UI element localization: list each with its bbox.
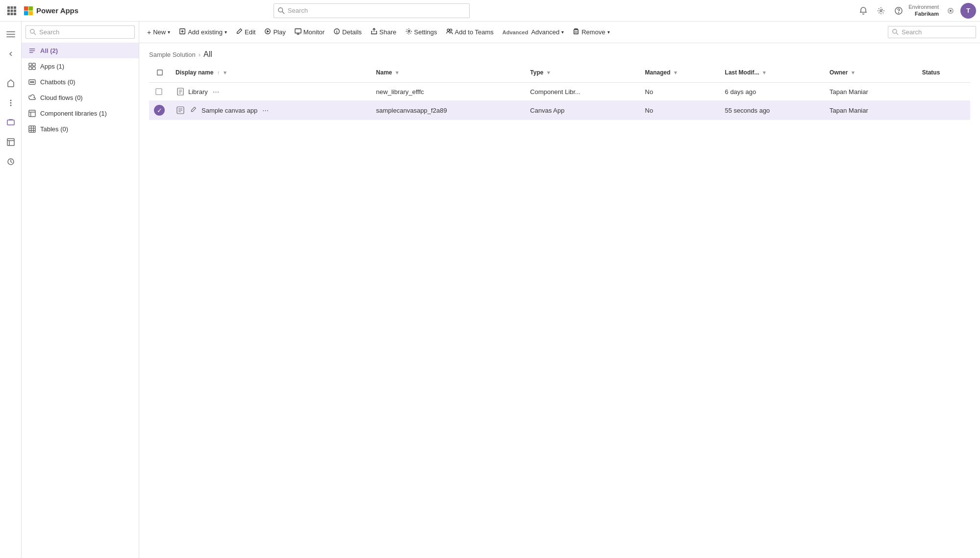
monitor-button[interactable]: Monitor [291,25,328,39]
cmd-search-box[interactable]: Search [888,26,976,38]
svg-point-17 [899,12,899,13]
solutions-icon[interactable] [2,114,20,131]
env-label: Environment [908,4,939,10]
row1-type-icon [176,87,185,97]
svg-rect-11 [24,11,28,15]
history-icon[interactable] [2,153,20,170]
sidebar-item-apps-label: Apps (1) [40,63,64,70]
details-button[interactable]: Details [329,25,366,39]
tables-icon [27,124,36,133]
svg-rect-0 [7,6,10,9]
addexisting-label: Add existing [188,28,223,36]
copilot-button[interactable] [943,3,958,19]
svg-line-14 [282,11,284,13]
svg-point-22 [10,100,11,101]
col-displayname[interactable]: Display name ↑ ▾ [171,63,371,83]
addexisting-icon [179,28,186,36]
top-nav: Power Apps Search Environment Fabrikam T [0,0,980,22]
row2-displayname[interactable]: Sample canvas app [201,107,257,114]
svg-rect-4 [11,9,13,12]
env-name: Fabrikam [915,11,939,17]
col-displayname-label: Display name [176,69,213,76]
settings-button[interactable] [873,3,889,19]
icon-rail [0,22,22,558]
row2-edit-button[interactable] [188,105,199,115]
addexisting-button[interactable]: Add existing ▾ [175,25,231,39]
home-icon[interactable] [2,74,20,92]
col-lastmodif-label: Last Modif... [725,69,759,76]
row1-select-cell[interactable] [149,83,171,101]
row2-selected-check[interactable]: ✓ [154,105,165,116]
col-select-all[interactable] [149,63,171,83]
svg-rect-52 [156,89,162,95]
sidebar-item-all[interactable]: All (2) [22,43,139,58]
svg-rect-9 [24,6,28,10]
settings-cmd-button[interactable]: Settings [402,25,441,39]
waffle-menu-button[interactable] [4,3,20,19]
share-button[interactable]: Share [367,25,401,39]
sidebar-item-apps[interactable]: Apps (1) [22,58,139,74]
addtoteams-icon [446,28,453,36]
play-button[interactable]: Play [260,25,289,39]
svg-rect-5 [14,9,16,12]
sidebar-item-tables[interactable]: Tables (0) [22,121,139,137]
svg-point-28 [30,29,34,33]
svg-rect-7 [11,13,13,15]
sidebar-item-chatbots[interactable]: Chatbots (0) [22,74,139,90]
more-button[interactable] [2,94,20,112]
col-owner-sort[interactable]: ▾ [852,70,854,75]
sidebar-item-cloudflows-label: Cloud flows (0) [40,94,83,101]
col-lastmodif-sort[interactable]: ▾ [763,70,766,75]
breadcrumb-parent[interactable]: Sample Solution [149,51,196,58]
col-status: Status [917,63,970,83]
user-avatar[interactable]: T [960,3,976,19]
svg-point-45 [408,30,410,32]
apps-icon [27,62,36,71]
col-displayname-sort-dropdown[interactable]: ▾ [224,70,226,75]
svg-point-24 [10,105,11,106]
sidebar-search[interactable]: Search [25,25,135,39]
addtoteams-button[interactable]: Add to Teams [442,25,498,39]
row1-displayname[interactable]: Library [188,88,208,96]
advanced-button[interactable]: Advanced Advanced ▾ [499,25,568,39]
col-owner[interactable]: Owner ▾ [825,63,917,83]
col-name-sort[interactable]: ▾ [396,70,399,75]
svg-rect-48 [574,30,578,34]
svg-rect-39 [28,125,35,132]
select-all-button[interactable] [154,67,166,78]
play-icon [264,28,271,36]
row1-more-button[interactable]: ⋯ [211,87,221,97]
new-dropdown-icon: ▾ [168,29,170,35]
global-search-box[interactable]: Search [274,3,470,18]
addtoteams-label: Add to Teams [455,28,494,36]
details-label: Details [342,28,362,36]
remove-dropdown-icon: ▾ [607,29,610,35]
col-lastmodif[interactable]: Last Modif... ▾ [720,63,825,83]
remove-button[interactable]: Remove ▾ [569,25,613,39]
svg-point-13 [278,7,283,12]
addexisting-dropdown-icon: ▾ [225,29,227,35]
row2-more-button[interactable]: ⋯ [260,106,271,115]
nav-menu-button[interactable] [2,25,20,43]
app-name: Power Apps [36,6,78,15]
svg-rect-33 [32,67,35,70]
back-button[interactable] [2,45,20,63]
row2-name: samplecanvasapp_f2a89 [371,101,525,120]
row2-select-cell[interactable]: ✓ [149,101,171,120]
col-managed[interactable]: Managed ▾ [640,63,720,83]
content-area: + New ▾ Add existing ▾ Edit [139,22,980,558]
sidebar-item-complibs[interactable]: Component libraries (1) [22,105,139,121]
row1-checkbox[interactable] [154,87,164,97]
notifications-button[interactable] [855,3,871,19]
new-button[interactable]: + New ▾ [143,25,174,39]
col-type[interactable]: Type ▾ [525,63,640,83]
table-icon[interactable] [2,133,20,151]
sidebar-item-cloudflows[interactable]: Cloud flows (0) [22,90,139,105]
svg-rect-6 [7,13,10,15]
edit-button[interactable]: Edit [232,25,259,39]
col-managed-sort[interactable]: ▾ [674,70,677,75]
monitor-icon [295,28,302,36]
col-name[interactable]: Name ▾ [371,63,525,83]
help-button[interactable] [891,3,906,19]
col-type-sort[interactable]: ▾ [547,70,550,75]
